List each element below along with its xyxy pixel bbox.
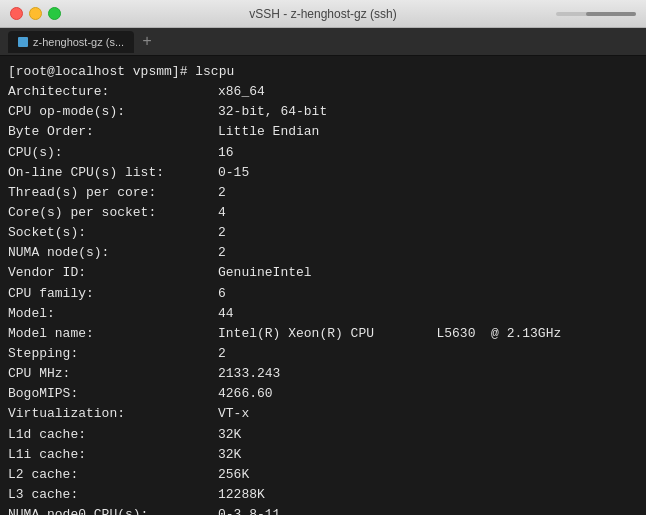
row-key: Virtualization: [8,404,218,424]
row-key: L1i cache: [8,445,218,465]
row-key: CPU op-mode(s): [8,102,218,122]
row-value: 32K [218,445,241,465]
row-value: 16 [218,143,234,163]
row-key: Byte Order: [8,122,218,142]
row-key: NUMA node(s): [8,243,218,263]
row-key: CPU(s): [8,143,218,163]
terminal-row: L3 cache:12288K [8,485,638,505]
terminal-row: Socket(s):2 [8,223,638,243]
row-value: 44 [218,304,234,324]
terminal-output: Architecture:x86_64CPU op-mode(s):32-bit… [8,82,638,515]
row-key: Model: [8,304,218,324]
row-value: 256K [218,465,249,485]
row-value: GenuineIntel [218,263,312,283]
prompt-command: [root@localhost vpsmm]# lscpu [8,62,234,82]
row-key: Core(s) per socket: [8,203,218,223]
scrollbar-thumb [586,12,636,16]
scrollbar[interactable] [556,12,636,16]
traffic-lights [0,7,61,20]
row-key: Vendor ID: [8,263,218,283]
row-value: 2 [218,223,226,243]
terminal-row: NUMA node0 CPU(s):0-3,8-11 [8,505,638,515]
row-key: CPU MHz: [8,364,218,384]
tab-label: z-henghost-gz (s... [33,36,124,48]
row-value: 2 [218,344,226,364]
row-key: CPU family: [8,284,218,304]
row-key: On-line CPU(s) list: [8,163,218,183]
window-title: vSSH - z-henghost-gz (ssh) [249,7,396,21]
row-value: 2 [218,183,226,203]
row-key: Architecture: [8,82,218,102]
row-key: L3 cache: [8,485,218,505]
terminal-row: Vendor ID:GenuineIntel [8,263,638,283]
row-key: NUMA node0 CPU(s): [8,505,218,515]
row-key: Socket(s): [8,223,218,243]
terminal-row: L1i cache:32K [8,445,638,465]
title-bar: vSSH - z-henghost-gz (ssh) [0,0,646,28]
row-value: 12288K [218,485,265,505]
terminal-row: Thread(s) per core:2 [8,183,638,203]
row-key: Model name: [8,324,218,344]
terminal-row: Architecture:x86_64 [8,82,638,102]
terminal-row: Byte Order:Little Endian [8,122,638,142]
terminal-row: L1d cache:32K [8,425,638,445]
terminal-row: CPU family:6 [8,284,638,304]
minimize-button[interactable] [29,7,42,20]
new-tab-button[interactable]: + [138,33,156,51]
row-value: x86_64 [218,82,265,102]
terminal-row: Core(s) per socket:4 [8,203,638,223]
terminal-row: L2 cache:256K [8,465,638,485]
row-key: Thread(s) per core: [8,183,218,203]
terminal-row: Model name:Intel(R) Xeon(R) CPU L5630 @ … [8,324,638,344]
terminal-row: BogoMIPS:4266.60 [8,384,638,404]
row-value: 0-3,8-11 [218,505,280,515]
terminal-area[interactable]: [root@localhost vpsmm]# lscpu Architectu… [0,56,646,515]
row-value: 32K [218,425,241,445]
row-key: L2 cache: [8,465,218,485]
row-key: BogoMIPS: [8,384,218,404]
row-value: 2133.243 [218,364,280,384]
row-value: 2 [218,243,226,263]
row-value: 4 [218,203,226,223]
row-value: 0-15 [218,163,249,183]
terminal-icon [18,37,28,47]
tab-z-henghost[interactable]: z-henghost-gz (s... [8,31,134,53]
row-value: Little Endian [218,122,319,142]
row-value: VT-x [218,404,249,424]
terminal-row: On-line CPU(s) list:0-15 [8,163,638,183]
terminal-row: Stepping:2 [8,344,638,364]
row-value: 32-bit, 64-bit [218,102,327,122]
terminal-row: CPU op-mode(s):32-bit, 64-bit [8,102,638,122]
terminal-row: Virtualization:VT-x [8,404,638,424]
row-value: Intel(R) Xeon(R) CPU L5630 @ 2.13GHz [218,324,561,344]
terminal-row: CPU MHz:2133.243 [8,364,638,384]
row-key: Stepping: [8,344,218,364]
tab-bar: z-henghost-gz (s... + [0,28,646,56]
terminal-row: Model:44 [8,304,638,324]
row-value: 6 [218,284,226,304]
row-key: L1d cache: [8,425,218,445]
maximize-button[interactable] [48,7,61,20]
terminal-row: CPU(s):16 [8,143,638,163]
terminal-row: NUMA node(s):2 [8,243,638,263]
terminal-prompt-line: [root@localhost vpsmm]# lscpu [8,62,638,82]
row-value: 4266.60 [218,384,273,404]
close-button[interactable] [10,7,23,20]
